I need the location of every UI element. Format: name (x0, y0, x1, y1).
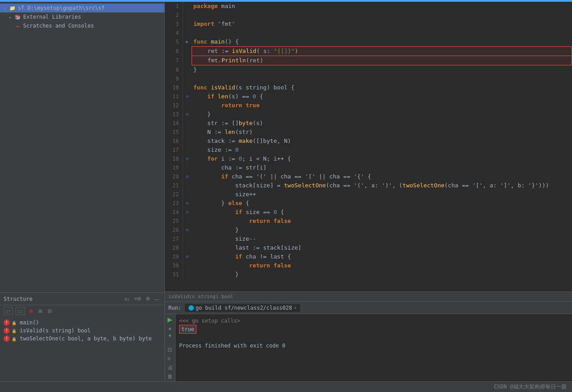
line-gutter (183, 11, 192, 20)
struct-expand-btn[interactable]: ⊞ (37, 308, 44, 315)
table-row: 22 size++ (165, 190, 572, 199)
run-play-button[interactable]: ▶ (168, 316, 172, 323)
run-icon-4[interactable]: 🗑 (168, 373, 173, 380)
sidebar-item-external-libs[interactable]: ▸ 📚 External Libraries (0, 12, 164, 21)
struct-item-isvalid[interactable]: ! 🔒 isValid(s string) bool (0, 327, 164, 335)
structure-content: ! 🔒 main() ! 🔒 isValid(s string) bool (0, 317, 164, 381)
line-content: size++ (192, 190, 572, 199)
run-label: Run: (168, 305, 181, 311)
line-gutter (183, 270, 192, 279)
run-icon-1[interactable]: ⊡ (168, 347, 172, 353)
minimize-button[interactable]: — (153, 296, 161, 302)
line-number: 25 (165, 217, 183, 226)
lock-icon-main: 🔒 (12, 321, 16, 325)
line-gutter (183, 119, 192, 128)
line-content: size := 0 (192, 145, 572, 154)
line-gutter (183, 217, 192, 226)
structure-header: Structure ≡↕ ≡⊕ ⚙ — (0, 293, 164, 305)
table-row: 25 return false (165, 217, 572, 226)
struct-item-twoselect[interactable]: ! 🔒 twoSelectOne(c bool, a byte, b byte)… (0, 335, 164, 343)
line-content: if cha == '(' || cha == '[' || cha == '{… (192, 172, 572, 181)
line-gutter (183, 190, 192, 199)
line-number: 16 (165, 137, 183, 145)
table-row: 26⊖ } (165, 226, 572, 234)
table-row: 8} (165, 65, 572, 75)
table-row: 18⊖ for i := 0; i < N; i++ { (165, 154, 572, 163)
line-number: 24 (165, 208, 183, 217)
line-content: func main() { (192, 37, 572, 47)
settings-button[interactable]: ⚙ (144, 295, 151, 302)
line-gutter: ⊖ (183, 199, 192, 208)
run-down-button[interactable]: ▼ (168, 333, 172, 338)
run-sidebar: ▶ ▲ ▼ ⊡ ≡ 🖨 🗑 (165, 314, 176, 381)
line-gutter (183, 234, 192, 243)
status-bar: CSDN @福大大架构师每日一题 (0, 381, 572, 392)
line-number: 10 (165, 83, 183, 92)
struct-sort-1[interactable]: ↕↑ (4, 307, 13, 315)
line-content: if len(s) == 0 { (192, 92, 572, 101)
line-gutter (183, 137, 192, 145)
output-line-blank (179, 334, 568, 342)
line-number: 29 (165, 252, 183, 261)
table-row: 19 cha := str[i] (165, 163, 572, 172)
struct-collapse-btn[interactable]: ⊟ (46, 308, 53, 315)
line-content: if size == 0 { (192, 208, 572, 217)
line-number: 12 (165, 101, 183, 110)
struct-filter-btn[interactable]: ⊗ (28, 308, 34, 315)
struct-item-main[interactable]: ! 🔒 main() (0, 319, 164, 327)
scratch-icon: ✏️ (14, 22, 21, 29)
tab-close-icon[interactable]: ✕ (294, 305, 297, 310)
struct-sort-2[interactable]: ↕↓ (16, 307, 25, 315)
table-row: 10func isValid(s string) bool { (165, 83, 572, 92)
line-content: return true (192, 101, 572, 110)
table-row: 7 fmt.Println(ret) (165, 56, 572, 65)
line-content: } else { (192, 199, 572, 208)
line-gutter (183, 20, 192, 28)
run-icon-3[interactable]: 🖨 (168, 364, 173, 371)
sidebar-item-label-sf: sf D:\mysetup\gopath\src\sf (18, 5, 105, 11)
line-number: 9 (165, 74, 183, 83)
table-row: 21 stack[size] = twoSelectOne(cha == '('… (165, 181, 572, 190)
line-gutter (183, 101, 192, 110)
sort-type-button[interactable]: ≡⊕ (133, 295, 143, 302)
table-row: 12 return true (165, 101, 572, 110)
line-content: } (192, 110, 572, 119)
line-gutter: ⊖ (183, 252, 192, 261)
code-table: 1package main2 3import "fmt"4 5▶func mai… (165, 2, 572, 279)
sidebar-item-label-ext: External Libraries (23, 14, 81, 20)
library-icon: 📚 (14, 13, 21, 20)
editor-area: 1package main2 3import "fmt"4 5▶func mai… (165, 2, 572, 381)
line-content: import "fmt" (192, 20, 572, 28)
lock-icon-isvalid: 🔒 (12, 329, 16, 333)
line-content: return false (192, 261, 572, 270)
go-icon (188, 305, 194, 311)
line-gutter (183, 261, 192, 270)
arrow-icon-ext: ▸ (9, 15, 14, 20)
table-row: 11⊖ if len(s) == 0 { (165, 92, 572, 101)
run-tab[interactable]: go build sf/newclass2/class028 ✕ (185, 304, 300, 312)
table-row: 15 N := len(str) (165, 128, 572, 137)
table-row: 20⊖ if cha == '(' || cha == '[' || cha =… (165, 172, 572, 181)
run-header: Run: go build sf/newclass2/class028 ✕ (165, 302, 572, 314)
file-tree: ▾ 📁 sf D:\mysetup\gopath\src\sf ▸ 📚 Exte… (0, 2, 164, 292)
line-gutter (183, 65, 192, 75)
table-row: 29⊖ if cha != last { (165, 252, 572, 261)
table-row: 6 ret := isValid( s: "{[]}") (165, 47, 572, 56)
run-icon-2[interactable]: ≡ (168, 356, 171, 362)
sort-alpha-button[interactable]: ≡↕ (123, 296, 131, 302)
struct-label-twoselect: 🔒 twoSelectOne(c bool, a byte, b byte) b… (12, 335, 151, 342)
line-number: 13 (165, 110, 183, 119)
structure-sort-bar: ↕↑ ↕↓ ⊗ ⊞ ⊟ (0, 305, 164, 317)
table-row: 24⊖ if size == 0 { (165, 208, 572, 217)
line-gutter: ⊖ (183, 92, 192, 101)
folder-icon: 📁 (9, 4, 16, 12)
line-gutter: ⊖ (183, 154, 192, 163)
code-editor[interactable]: 1package main2 3import "fmt"4 5▶func mai… (165, 2, 572, 291)
table-row: 13⊖ } (165, 110, 572, 119)
sidebar-item-scratches[interactable]: ✏️ Scratches and Consoles (0, 21, 164, 30)
sidebar-item-sf-folder[interactable]: ▾ 📁 sf D:\mysetup\gopath\src\sf (0, 4, 164, 12)
line-gutter (183, 74, 192, 83)
table-row: 27 size-- (165, 234, 572, 243)
line-number: 19 (165, 163, 183, 172)
run-up-button[interactable]: ▲ (168, 326, 172, 331)
